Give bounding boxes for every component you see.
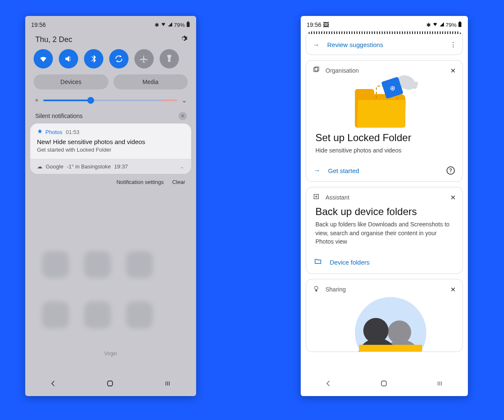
svg-rect-9 [381,381,386,386]
signal-icon [168,22,173,28]
svg-rect-4 [459,21,461,22]
recents-button[interactable] [163,380,172,388]
airplane-toggle[interactable] [134,49,154,68]
backup-folders-card: Assistant ✕ Back up device folders Back … [306,187,463,274]
dismiss-card-icon[interactable]: ✕ [450,67,456,75]
folder-icon [314,257,322,267]
status-time: 19:56 [31,21,46,28]
assistant-icon [313,193,320,202]
picture-icon: 🖼 [323,21,329,28]
status-time-group: 19:56 🖼 [307,21,329,28]
brightness-row: ☀ ⌄ [25,96,196,110]
devices-pill[interactable]: Devices [34,74,108,89]
back-button[interactable] [325,380,332,389]
status-bar: 19:56 🖼 ✱ 79% [301,16,468,31]
signal-icon [439,22,444,28]
brightness-slider[interactable] [43,100,177,101]
wifi-icon [160,22,166,28]
battery-percent: 79% [174,22,185,28]
battery-percent: 79% [446,22,457,28]
review-suggestions-link[interactable]: Review suggestions [327,41,383,48]
settings-gear-icon[interactable] [179,34,188,45]
card-category: Sharing [326,286,346,293]
svg-rect-3 [459,22,462,26]
nav-bar [301,373,468,396]
folder-illustration: ⊕ [306,78,462,131]
notif-subtitle: Get started with Locked Folder [37,147,184,153]
carrier-label: Virgin [25,351,196,357]
photos-notification[interactable]: Photos 01:53 New! Hide sensitive photos … [30,123,191,159]
home-button[interactable] [380,379,388,389]
quick-toggles [25,49,196,74]
status-icons: ✱ 79% [155,21,190,29]
notif-app-name: Photos [45,129,62,135]
review-suggestions-card: → Review suggestions ⋮ [306,31,463,55]
svg-rect-0 [187,22,190,26]
clear-silent-icon[interactable]: ✕ [178,112,187,120]
cloud-icon: ☁ [37,163,42,170]
notification-stack: Photos 01:53 New! Hide sensitive photos … [30,123,191,174]
status-time: 19:56 [307,21,321,28]
card-top-decoration [306,32,462,34]
card-description: Back up folders like Downloads and Scree… [306,220,462,253]
status-icons: ✱ 79% [426,21,462,29]
organisation-icon [313,66,320,75]
bluetooth-icon: ✱ [426,22,431,28]
clear-notifications-link[interactable]: Clear [172,179,185,185]
bluetooth-icon: ✱ [155,22,159,28]
back-button[interactable] [50,380,57,389]
svg-rect-1 [187,21,189,22]
media-pill[interactable]: Media [113,74,188,89]
svg-rect-2 [108,381,113,386]
battery-icon [186,21,190,29]
recents-button[interactable] [436,380,444,388]
weather-time: 19:37 [114,163,128,170]
battery-icon [458,21,462,29]
card-title: Set up Locked Folder [306,131,462,146]
phone-notification-shade: 19:56 ✱ 79% Thu, 2 Dec Devices Media ☀ ⌄ [25,16,196,396]
status-bar: 19:56 ✱ 79% [25,16,196,31]
flashlight-toggle[interactable] [160,49,179,68]
arrow-right-icon: → [314,167,320,174]
weather-expand-icon[interactable]: ⌄ [180,163,184,170]
notif-title: New! Hide sensitive photos and videos [37,138,184,145]
brightness-expand-icon[interactable]: ⌄ [181,96,187,104]
card-category: Assistant [326,194,349,201]
rotate-toggle[interactable] [109,49,129,68]
notif-time: 01:53 [66,129,79,135]
get-started-link[interactable]: Get started [328,167,359,174]
card-description: Hide sensitive photos and videos [306,146,462,162]
sharing-illustration [342,297,426,352]
arrow-right-icon: → [313,41,320,49]
phone-photos-app: 19:56 🖼 ✱ 79% → Review suggestions ⋮ Org… [301,16,468,396]
help-icon[interactable]: ? [446,166,455,175]
sharing-card: Sharing ✕ [306,279,463,352]
more-menu-icon[interactable]: ⋮ [450,41,456,49]
locked-folder-card: Organisation ✕ ⊕ Set up Locked Folder Hi… [306,60,463,182]
weather-text: -1° in Basingstoke [67,163,111,170]
card-title: Back up device folders [306,205,462,220]
bluetooth-toggle[interactable] [84,49,103,68]
sharing-bulb-icon [313,285,320,294]
weather-app: Google [46,163,63,170]
shade-date: Thu, 2 Dec [35,35,72,44]
svg-point-8 [315,286,318,290]
brightness-icon: ☀ [34,97,39,103]
weather-notification[interactable]: ☁ Google -1° in Basingstoke 19:37 ⌄ [30,159,191,174]
silent-heading: Silent notifications [35,113,83,119]
home-button[interactable] [106,379,114,389]
dismiss-card-icon[interactable]: ✕ [450,194,456,202]
dismiss-card-icon[interactable]: ✕ [450,286,456,294]
notification-settings-link[interactable]: Notification settings [116,179,164,185]
wifi-toggle[interactable] [34,49,53,68]
device-folders-link[interactable]: Device folders [330,259,370,266]
photos-app-icon [37,129,43,136]
card-category: Organisation [326,67,359,74]
nav-bar [25,373,196,396]
sound-toggle[interactable] [59,49,78,68]
wifi-icon [432,22,438,28]
